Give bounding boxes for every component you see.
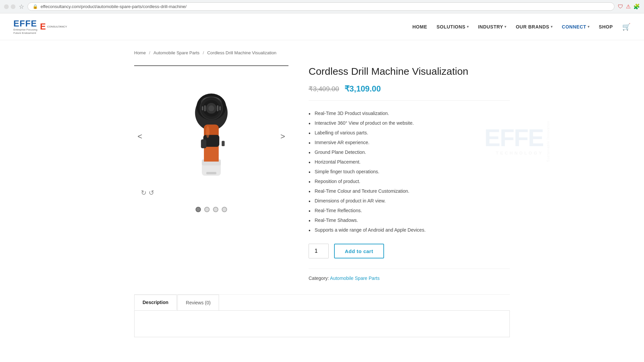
breadcrumb-current: Cordless Drill Machine Visualization bbox=[207, 50, 276, 55]
svg-rect-10 bbox=[217, 105, 218, 111]
features-list: Real-Time 3D Product visualization. Inte… bbox=[309, 110, 510, 234]
tabs-nav: Description Reviews (0) bbox=[134, 295, 510, 310]
category-label: Category: bbox=[309, 276, 329, 281]
product-container: < bbox=[134, 65, 510, 281]
breadcrumb-spare-parts[interactable]: Automobile Spare Parts bbox=[154, 50, 200, 55]
svg-point-7 bbox=[208, 105, 214, 111]
add-to-cart-button[interactable]: Add to cart bbox=[334, 244, 384, 258]
solutions-caret: ▾ bbox=[467, 25, 469, 28]
nav-connect[interactable]: CONNECT ▾ bbox=[562, 24, 589, 29]
main-content: Home / Automobile Spare Parts / Cordless… bbox=[121, 40, 523, 344]
svg-rect-9 bbox=[204, 105, 206, 111]
nav-links: HOME SOLUTIONS ▾ INDUSTRY ▾ OUR BRANDS ▾… bbox=[412, 23, 631, 31]
feature-1: Real-Time 3D Product visualization. bbox=[309, 110, 510, 117]
category-line: Category: Automobile Spare Parts bbox=[309, 268, 510, 281]
svg-rect-19 bbox=[206, 172, 216, 174]
product-image-section: < bbox=[134, 65, 288, 212]
tab-reviews[interactable]: Reviews (0) bbox=[177, 295, 219, 310]
nav-shop[interactable]: SHOP bbox=[599, 24, 613, 29]
feature-7: Simple finger touch operations. bbox=[309, 168, 510, 175]
tab-description[interactable]: Description bbox=[134, 295, 177, 310]
breadcrumb-sep-1: / bbox=[149, 50, 151, 55]
cart-icon[interactable]: 🛒 bbox=[622, 23, 631, 31]
feature-6: Horizontal Placement. bbox=[309, 159, 510, 166]
connect-caret: ▾ bbox=[588, 25, 590, 28]
tabs-content bbox=[134, 310, 510, 337]
feature-2: Interactive 360° View of product on the … bbox=[309, 120, 510, 127]
thumbnail-dot-2[interactable] bbox=[204, 207, 210, 212]
nav-home[interactable]: HOME bbox=[412, 24, 427, 29]
extension-icon[interactable]: 🧩 bbox=[633, 3, 640, 10]
logo-effe-text: EFFE bbox=[13, 18, 37, 28]
feature-8: Reposition of product. bbox=[309, 178, 510, 185]
svg-rect-11 bbox=[219, 106, 221, 110]
feature-13: Supports a wide range of Android and App… bbox=[309, 227, 510, 234]
thumbnail-dot-1[interactable] bbox=[196, 207, 201, 212]
thumbnail-dot-3[interactable] bbox=[213, 207, 218, 212]
thumbnail-dots bbox=[134, 207, 288, 212]
feature-12: Real-Time Shadows. bbox=[309, 217, 510, 224]
navbar: EFFE Enterprise Focusing Future Endowmen… bbox=[0, 13, 644, 40]
feature-9: Real-Time Colour and Texture Customizati… bbox=[309, 188, 510, 195]
svg-rect-20 bbox=[204, 157, 219, 162]
logo-e-red: E bbox=[40, 21, 46, 32]
our-brands-caret: ▾ bbox=[551, 25, 553, 28]
product-info: EFFE TECHNOLOGY Sustainable Innovation C… bbox=[309, 65, 510, 281]
image-divider bbox=[134, 65, 288, 66]
svg-rect-15 bbox=[201, 139, 206, 148]
logo[interactable]: EFFE Enterprise Focusing Future Endowmen… bbox=[13, 18, 67, 35]
thumbnail-dot-4[interactable] bbox=[222, 207, 227, 212]
svg-rect-8 bbox=[202, 106, 203, 110]
feature-3: Labelling of various parts. bbox=[309, 129, 510, 136]
sale-price: ₹3,109.00 bbox=[344, 84, 381, 94]
product-title: Cordless Drill Machine Visualization bbox=[309, 65, 510, 77]
svg-point-21 bbox=[206, 126, 210, 138]
product-tabs: Description Reviews (0) bbox=[134, 294, 510, 337]
feature-5: Ground Plane Detection. bbox=[309, 149, 510, 156]
category-link[interactable]: Automobile Spare Parts bbox=[330, 276, 380, 281]
browser-icons: 🛡 ⚠ 🧩 bbox=[618, 3, 640, 10]
prev-image-button[interactable]: < bbox=[134, 128, 146, 144]
logo-tagline: Enterprise Focusing Future Endowment bbox=[13, 28, 37, 35]
bookmark-icon[interactable]: ☆ bbox=[19, 3, 24, 10]
nav-solutions[interactable]: SOLUTIONS ▾ bbox=[436, 24, 469, 29]
image-wrapper: < bbox=[134, 73, 288, 200]
shield-icon[interactable]: 🛡 bbox=[618, 4, 623, 10]
nav-industry[interactable]: INDUSTRY ▾ bbox=[478, 24, 506, 29]
url-text: effeconsultancy.com/product/automobile-s… bbox=[41, 4, 186, 9]
next-image-button[interactable]: > bbox=[277, 128, 288, 144]
feature-10: Dimensions of product in AR view. bbox=[309, 197, 510, 204]
breadcrumb-home[interactable]: Home bbox=[134, 50, 146, 55]
industry-caret: ▾ bbox=[504, 25, 506, 28]
url-bar[interactable]: 🔒 effeconsultancy.com/product/automobile… bbox=[28, 2, 614, 11]
browser-bar: ☆ 🔒 effeconsultancy.com/product/automobi… bbox=[0, 0, 644, 13]
logo-consultancy: CONSULTANCY bbox=[47, 25, 67, 28]
breadcrumb-sep-2: / bbox=[203, 50, 205, 55]
svg-rect-16 bbox=[222, 141, 225, 146]
original-price: ₹3,409.00 bbox=[309, 85, 339, 93]
watermark-tagline: Sustainable Innovation bbox=[546, 121, 550, 162]
rotate-icon[interactable]: ↻ ↺ bbox=[141, 189, 154, 197]
product-image bbox=[171, 86, 252, 187]
breadcrumb: Home / Automobile Spare Parts / Cordless… bbox=[134, 47, 510, 59]
feature-11: Real-Time Reflections. bbox=[309, 207, 510, 214]
warning-icon[interactable]: ⚠ bbox=[626, 3, 631, 10]
add-to-cart-section: Add to cart bbox=[309, 244, 510, 258]
price-section: ₹3,409.00 ₹3,109.00 bbox=[309, 84, 510, 101]
feature-4: Immersive AR experience. bbox=[309, 139, 510, 146]
nav-our-brands[interactable]: OUR BRANDS ▾ bbox=[516, 24, 552, 29]
quantity-input[interactable] bbox=[309, 244, 329, 258]
